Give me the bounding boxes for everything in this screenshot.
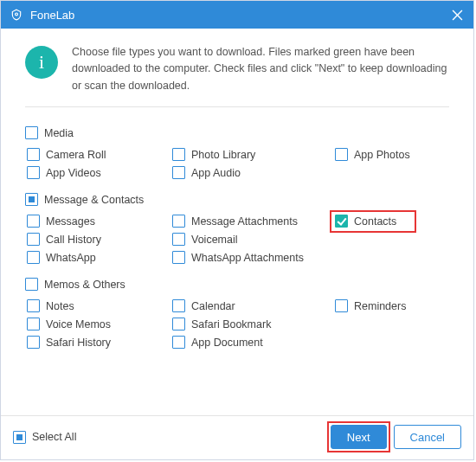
item-voicemail[interactable]: Voicemail — [172, 233, 328, 246]
checkbox-icon — [172, 166, 185, 179]
item-camera-roll[interactable]: Camera Roll — [27, 148, 165, 161]
footer: Select All Next Cancel — [1, 415, 473, 459]
checkbox-icon — [27, 148, 40, 161]
checkbox-icon — [172, 233, 185, 246]
instructions-text: Choose file types you want to download. … — [72, 44, 449, 94]
section-message-contacts: Message & Contacts Messages Message Atta… — [25, 193, 449, 264]
item-label: Safari Bookmark — [191, 318, 271, 330]
item-label: App Document — [191, 337, 263, 349]
window: FoneLab i Choose file types you want to … — [0, 0, 474, 460]
checkbox-icon — [27, 251, 40, 264]
item-app-videos[interactable]: App Videos — [27, 166, 165, 179]
checkbox-icon — [172, 299, 185, 312]
item-label: Photo Library — [191, 149, 255, 161]
item-label: WhatsApp — [46, 252, 96, 264]
section-memos-header[interactable]: Memos & Others — [25, 278, 449, 291]
item-label: Safari History — [46, 337, 111, 349]
item-label: Camera Roll — [46, 149, 106, 161]
section-media-header[interactable]: Media — [25, 126, 449, 139]
item-photo-library[interactable]: Photo Library — [172, 148, 328, 161]
checkbox-icon — [27, 166, 40, 179]
shield-icon — [10, 8, 23, 22]
item-label: Calendar — [191, 300, 235, 312]
svg-point-0 — [16, 13, 18, 16]
item-label: App Videos — [46, 167, 101, 179]
checkbox-icon — [172, 251, 185, 264]
select-all-label: Select All — [32, 431, 76, 443]
item-label: Notes — [46, 300, 74, 312]
info-icon: i — [25, 46, 58, 79]
checkbox-icon — [172, 318, 185, 330]
close-icon[interactable] — [449, 7, 465, 22]
checkbox-icon — [25, 126, 38, 139]
item-safari-bookmark[interactable]: Safari Bookmark — [172, 318, 328, 330]
checkbox-icon — [27, 318, 40, 330]
section-memos-others: Memos & Others Notes Calendar Reminders … — [25, 278, 449, 349]
item-label: Message Attachments — [191, 215, 298, 228]
cancel-button[interactable]: Cancel — [394, 425, 461, 449]
section-title: Memos & Others — [44, 279, 125, 291]
checkbox-icon — [172, 336, 185, 349]
item-voice-memos[interactable]: Voice Memos — [27, 318, 165, 330]
checkbox-icon — [13, 431, 26, 444]
item-label: Voice Memos — [46, 318, 111, 330]
item-app-document[interactable]: App Document — [172, 336, 328, 349]
checkbox-icon — [335, 299, 348, 312]
checkbox-icon — [27, 215, 40, 228]
item-label: Messages — [46, 215, 95, 228]
item-whatsapp[interactable]: WhatsApp — [27, 251, 165, 264]
checkbox-icon — [335, 215, 348, 228]
item-call-history[interactable]: Call History — [27, 233, 165, 246]
titlebar: FoneLab — [1, 1, 473, 29]
item-safari-history[interactable]: Safari History — [27, 336, 165, 349]
section-title: Message & Contacts — [44, 194, 144, 206]
item-label: App Audio — [191, 167, 241, 179]
checkbox-icon — [27, 336, 40, 349]
section-msgcontacts-header[interactable]: Message & Contacts — [25, 193, 449, 206]
item-label: Contacts — [354, 215, 396, 228]
item-label: Voicemail — [191, 234, 238, 246]
section-title: Media — [44, 127, 74, 139]
item-calendar[interactable]: Calendar — [172, 299, 328, 312]
checkbox-icon — [27, 299, 40, 312]
item-app-audio[interactable]: App Audio — [172, 166, 328, 179]
item-reminders[interactable]: Reminders — [335, 299, 449, 312]
item-label: App Photos — [354, 149, 410, 161]
checkbox-icon — [25, 193, 38, 206]
item-label: Reminders — [354, 300, 406, 312]
checkbox-icon — [172, 148, 185, 161]
checkbox-icon — [172, 215, 185, 228]
item-app-photos[interactable]: App Photos — [335, 148, 449, 161]
item-whatsapp-attachments[interactable]: WhatsApp Attachments — [172, 251, 328, 264]
item-label: WhatsApp Attachments — [191, 252, 304, 264]
item-notes[interactable]: Notes — [27, 299, 165, 312]
item-messages[interactable]: Messages — [27, 215, 165, 228]
next-button[interactable]: Next — [331, 425, 387, 449]
checkbox-icon — [27, 233, 40, 246]
item-message-attachments[interactable]: Message Attachments — [172, 215, 328, 228]
checkbox-icon — [335, 148, 348, 161]
item-contacts[interactable]: Contacts — [335, 215, 449, 228]
item-label: Call History — [46, 234, 101, 246]
section-media: Media Camera Roll Photo Library App Phot… — [25, 126, 449, 179]
select-all[interactable]: Select All — [13, 431, 76, 444]
app-title: FoneLab — [30, 9, 74, 22]
instructions-row: i Choose file types you want to download… — [25, 44, 449, 107]
checkbox-icon — [25, 278, 38, 291]
